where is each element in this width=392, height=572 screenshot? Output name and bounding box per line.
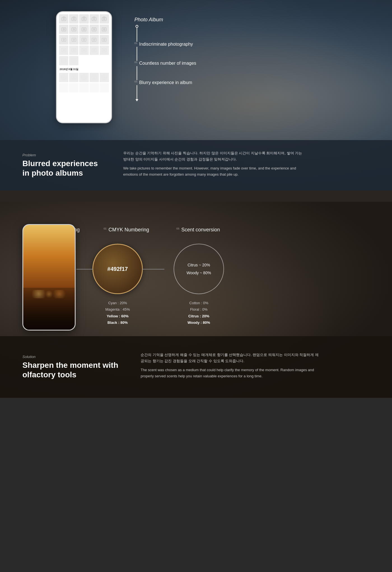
photo-thumb — [69, 14, 78, 24]
cmyk-black: Black : 80% — [105, 319, 130, 326]
svg-rect-42 — [72, 59, 76, 62]
flow-diagram: Photo Album 01. Indiscriminate photograp… — [134, 17, 196, 99]
photo-thumb — [90, 46, 99, 55]
section-divider — [0, 190, 392, 202]
flow-item-3-label: 03. Blurry experience in album — [134, 80, 192, 85]
photo-grid-row4 — [59, 46, 109, 55]
svg-point-29 — [104, 39, 105, 41]
svg-point-7 — [94, 18, 95, 20]
cmyk-values: Cyan : 20% Magenta : 45% Yellow : 60% Bl… — [105, 300, 130, 326]
svg-rect-46 — [72, 76, 76, 79]
scent-values: Cotton : 0% Floral : 0% Citrus : 20% Woo… — [188, 300, 210, 326]
photo-thumb — [69, 46, 78, 55]
photo-thumb — [79, 14, 88, 24]
flow-item-2: 02. Countless number of images — [134, 61, 196, 66]
photo-thumb — [90, 83, 99, 92]
photo-thumb — [79, 35, 88, 44]
scent-woody-pct: Woody ~ 80% — [186, 269, 211, 277]
svg-point-15 — [83, 29, 85, 30]
scent-woody: Woody : 80% — [188, 319, 210, 326]
photo-thumb — [100, 73, 109, 82]
svg-rect-20 — [62, 38, 66, 41]
photo-thumb — [59, 83, 68, 92]
flow-line-3 — [137, 66, 137, 80]
svg-rect-16 — [92, 28, 96, 31]
svg-rect-22 — [72, 38, 76, 41]
photo-thumb — [69, 25, 78, 34]
photo-thumb — [100, 83, 109, 92]
photo-thumb — [100, 25, 109, 34]
photo-thumb — [59, 35, 68, 44]
problem-title: Blurred experiencesin photo albums — [22, 159, 101, 178]
scent-section: Citrus ~ 20% Woody ~ 80% Cotton : 0% Flo… — [174, 244, 224, 326]
svg-point-25 — [83, 39, 85, 41]
svg-point-3 — [73, 18, 74, 20]
scent-citrus-pct: Citrus ~ 20% — [188, 261, 210, 269]
section2-bottom-bar: Solution Sharpen the moment witholfactor… — [0, 336, 392, 398]
solution-tag: Solution — [22, 355, 118, 359]
svg-point-13 — [73, 29, 74, 30]
flow-arrow-end — [137, 85, 137, 99]
svg-rect-44 — [62, 76, 66, 79]
photo-thumb — [59, 73, 68, 82]
phone-mockup-2 — [22, 224, 76, 331]
photo-thumb — [100, 35, 109, 44]
photo-thumb — [69, 35, 78, 44]
svg-rect-14 — [82, 28, 86, 31]
problem-korean-text: 우리는 순간을 기억하기 위해 사진을 찍습니다. 하지만 많은 이미지들은 시… — [123, 150, 302, 162]
svg-point-43 — [73, 60, 74, 61]
flow-line-2 — [137, 47, 137, 61]
svg-rect-36 — [92, 48, 96, 52]
photo-thumb — [100, 14, 109, 24]
solution-title: Sharpen the moment witholfactory tools — [22, 361, 118, 379]
problem-text-section: 우리는 순간을 기억하기 위해 사진을 찍습니다. 하지만 많은 이미지들은 시… — [123, 150, 302, 180]
problem-section-left: Problem Blurred experiencesin photo albu… — [22, 153, 101, 178]
cmyk-connector-right — [142, 269, 164, 269]
svg-rect-12 — [72, 28, 76, 31]
photo-grid-row2 — [59, 25, 109, 34]
photo-grid-row5 — [59, 56, 109, 65]
svg-rect-28 — [102, 38, 106, 41]
cmyk-section: #492f17 Cyan : 20% Magenta : 45% Yellow … — [92, 244, 143, 326]
svg-rect-4 — [82, 17, 86, 21]
photo-thumb — [69, 83, 78, 92]
svg-point-27 — [94, 39, 95, 41]
photo-thumb — [69, 56, 78, 65]
feature-label-2: 02. CMYK Numbering — [104, 227, 149, 233]
svg-point-53 — [104, 77, 105, 78]
section1-problem: 2019년 8월 31일 Photo Album — [0, 0, 392, 190]
photo-thumb — [69, 73, 78, 82]
flow-item-1: 01. Indiscriminate photography — [134, 42, 193, 47]
svg-rect-52 — [102, 76, 106, 79]
svg-point-33 — [73, 50, 74, 51]
photo-thumb — [90, 73, 99, 82]
photo-thumb — [79, 83, 88, 92]
svg-rect-32 — [72, 48, 76, 52]
cmyk-yellow: Yellow : 60% — [105, 313, 130, 319]
feature-label-3: 03. Scent conversion — [176, 227, 220, 233]
svg-point-47 — [73, 77, 74, 78]
svg-point-41 — [63, 60, 64, 61]
photo-date-label: 2019년 8월 31일 — [59, 66, 109, 72]
flow-item-1-label: 01. Indiscriminate photography — [134, 42, 193, 47]
section1-bottom-bar: Problem Blurred experiencesin photo albu… — [0, 140, 392, 190]
solution-text-section: 순간의 기억을 선명하게 해줄 수 있는 매개체로 향기를 선택했습니다. 랜덤… — [141, 352, 320, 382]
scent-citrus: Citrus : 20% — [188, 313, 210, 319]
svg-rect-30 — [62, 48, 66, 52]
photo-thumb — [90, 14, 99, 24]
svg-rect-6 — [92, 17, 96, 21]
cmyk-connector-left — [76, 269, 93, 269]
svg-point-9 — [104, 18, 105, 20]
svg-rect-26 — [92, 38, 96, 41]
svg-point-37 — [94, 50, 95, 51]
svg-rect-18 — [102, 28, 106, 31]
photo-thumb — [79, 73, 88, 82]
svg-rect-40 — [62, 59, 66, 62]
photo-grid-row7 — [59, 83, 109, 92]
photo-grid-row6 — [59, 73, 109, 82]
photo-thumb — [59, 46, 68, 55]
problem-tag: Problem — [22, 153, 101, 157]
flow-title: Photo Album — [134, 17, 163, 23]
cmyk-cyan: Cyan : 20% — [105, 300, 130, 306]
phone-screen-2 — [23, 225, 75, 330]
